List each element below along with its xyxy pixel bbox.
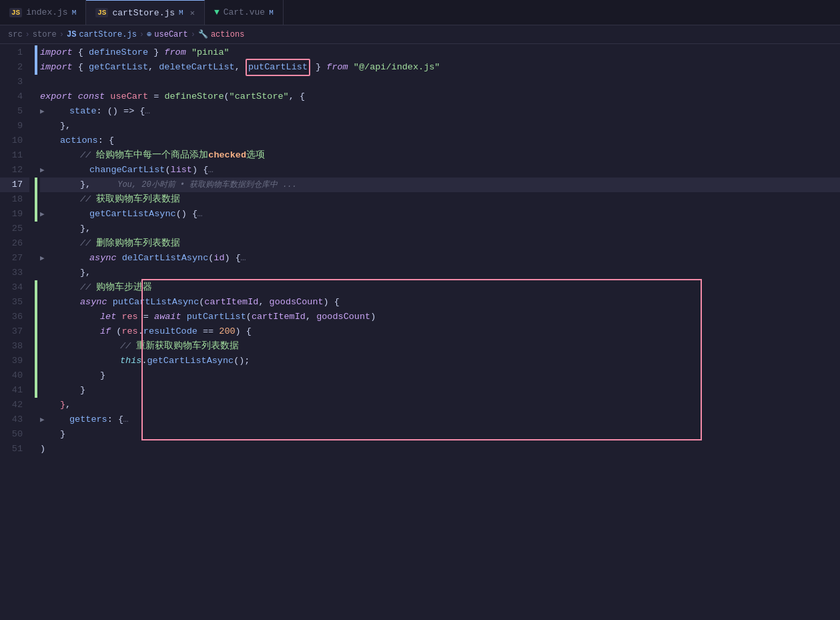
tab-close-button[interactable]: ✕ bbox=[190, 8, 195, 18]
code-line-27: ▶ async delCartListAsync ( id ) { … bbox=[40, 251, 840, 266]
code-line-2: import { getCartList , deleteCartList , … bbox=[40, 60, 840, 75]
code-line-37: if ( res . resultCode == 200 ) { bbox=[40, 324, 840, 339]
code-line-42: } , bbox=[40, 398, 840, 412]
git-add-35 bbox=[35, 295, 37, 310]
tab-modified: M bbox=[72, 9, 77, 17]
collapse-5[interactable]: ▶ bbox=[40, 104, 49, 119]
git-add-37 bbox=[35, 324, 37, 339]
code-line-38: // 重新获取购物车列表数据 bbox=[40, 339, 840, 354]
code-line-50: } bbox=[40, 427, 840, 442]
collapse-19[interactable]: ▶ bbox=[40, 207, 49, 222]
ln-9: 9 bbox=[0, 119, 29, 133]
crumb-sep1: › bbox=[25, 30, 30, 39]
crumb-store: store bbox=[33, 30, 57, 39]
ln-11: 11 bbox=[0, 148, 29, 163]
ln-33: 33 bbox=[0, 266, 29, 280]
ln-51: 51 bbox=[0, 442, 29, 456]
crumb-js: JS bbox=[67, 30, 76, 39]
git-add-19 bbox=[35, 207, 37, 222]
code-line-39: this . getCartListAsync (); bbox=[40, 354, 840, 368]
crumb-sep3: › bbox=[139, 30, 144, 39]
crumb-fn-icon: 🔧 bbox=[198, 29, 208, 39]
kw-import-1: import bbox=[40, 45, 73, 60]
code-line-3 bbox=[40, 75, 840, 89]
js-icon: JS bbox=[9, 8, 22, 17]
js-icon-active: JS bbox=[95, 8, 108, 17]
git-add-39 bbox=[35, 354, 37, 368]
code-content[interactable]: import { defineStore } from "pinia" impo… bbox=[35, 44, 840, 620]
crumb-sym-icon: ⊕ bbox=[147, 29, 151, 39]
code-line-40: } bbox=[40, 368, 840, 383]
line-numbers: 1 2 3 4 5 9 10 11 12 17 18 19 25 26 27 3… bbox=[0, 44, 35, 620]
collapse-27[interactable]: ▶ bbox=[40, 251, 49, 266]
ln-34: 34 bbox=[0, 280, 29, 295]
git-add-41 bbox=[35, 383, 37, 398]
ln-42: 42 bbox=[0, 398, 29, 412]
ln-36: 36 bbox=[0, 310, 29, 324]
ln-2: 2 bbox=[0, 60, 29, 75]
code-line-4: export const useCart = defineStore ( "ca… bbox=[40, 89, 840, 104]
crumb-src: src bbox=[8, 30, 23, 39]
code-line-1: import { defineStore } from "pinia" bbox=[40, 45, 840, 60]
git-mod-1 bbox=[35, 45, 37, 60]
code-line-41: } bbox=[40, 383, 840, 398]
crumb-usecart: useCart bbox=[154, 30, 187, 39]
ln-38: 38 bbox=[0, 339, 29, 354]
ln-18: 18 bbox=[0, 192, 29, 207]
git-add-38 bbox=[35, 339, 37, 354]
ln-35: 35 bbox=[0, 295, 29, 310]
code-line-18: // 获取购物车列表数据 bbox=[40, 192, 840, 207]
collapse-12[interactable]: ▶ bbox=[40, 163, 49, 178]
tab-cart-vue[interactable]: ▼ Cart.vue M bbox=[205, 0, 284, 25]
breadcrumb: src › store › JS cartStore.js › ⊕ useCar… bbox=[0, 25, 840, 44]
code-line-25: }, bbox=[40, 222, 840, 236]
code-line-12: ▶ changeCartList ( list ) { … bbox=[40, 163, 840, 178]
tab-modified-active: M bbox=[179, 9, 183, 17]
tab-label-active: cartStore.js bbox=[112, 8, 175, 18]
code-line-35: async putCartListAsync ( cartItemId , go… bbox=[40, 295, 840, 310]
git-add-34 bbox=[35, 280, 37, 295]
code-line-19: ▶ getCartListAsync () { … bbox=[40, 207, 840, 222]
ln-3: 3 bbox=[0, 75, 29, 89]
vue-icon: ▼ bbox=[214, 7, 220, 17]
git-add-18 bbox=[35, 192, 37, 207]
git-tooltip: You, 20小时前 • 获取购物车数据到仓库中 ... bbox=[117, 178, 297, 192]
crumb-actions: actions bbox=[211, 30, 244, 39]
ln-25: 25 bbox=[0, 222, 29, 236]
ln-50: 50 bbox=[0, 427, 29, 442]
tab-bar: JS index.js M JS cartStore.js M ✕ ▼ Cart… bbox=[0, 0, 840, 25]
ln-12: 12 bbox=[0, 163, 29, 178]
crumb-sep2: › bbox=[59, 30, 64, 39]
ln-43: 43 bbox=[0, 412, 29, 427]
code-line-17: }, You, 20小时前 • 获取购物车数据到仓库中 ... bbox=[40, 178, 840, 192]
git-mod-2 bbox=[35, 60, 37, 75]
code-line-34: // 购物车步进器 bbox=[40, 280, 840, 295]
ln-1: 1 bbox=[0, 45, 29, 60]
code-line-5: ▶ state : () => { … bbox=[40, 104, 840, 119]
tab-label-vue: Cart.vue bbox=[224, 7, 265, 17]
tab-cartstore-js[interactable]: JS cartStore.js M ✕ bbox=[86, 0, 205, 25]
code-line-36: let res = await putCartList ( cartItemId… bbox=[40, 310, 840, 324]
git-add-40 bbox=[35, 368, 37, 383]
crumb-file: cartStore.js bbox=[79, 30, 136, 39]
ln-4: 4 bbox=[0, 89, 29, 104]
code-area: 1 2 3 4 5 9 10 11 12 17 18 19 25 26 27 3… bbox=[0, 44, 840, 620]
ln-26: 26 bbox=[0, 236, 29, 251]
tab-index-js[interactable]: JS index.js M bbox=[0, 0, 86, 25]
tab-modified-vue: M bbox=[269, 9, 274, 17]
code-line-11: // 给购物车中每一个商品添加 checked 选项 bbox=[40, 148, 840, 163]
code-line-26: // 删除购物车列表数据 bbox=[40, 236, 840, 251]
tab-label: index.js bbox=[26, 7, 67, 17]
code-line-33: }, bbox=[40, 266, 840, 280]
ln-40: 40 bbox=[0, 368, 29, 383]
collapse-43[interactable]: ▶ bbox=[40, 412, 49, 427]
ln-37: 37 bbox=[0, 324, 29, 339]
putcartlist-highlight: putCartList bbox=[246, 59, 310, 76]
git-add-36 bbox=[35, 310, 37, 324]
ln-19: 19 bbox=[0, 207, 29, 222]
code-line-43: ▶ getters : { … bbox=[40, 412, 840, 427]
code-line-10: actions : { bbox=[40, 133, 840, 148]
ln-39: 39 bbox=[0, 354, 29, 368]
ln-5: 5 bbox=[0, 104, 29, 119]
code-line-51: ) bbox=[40, 442, 840, 456]
